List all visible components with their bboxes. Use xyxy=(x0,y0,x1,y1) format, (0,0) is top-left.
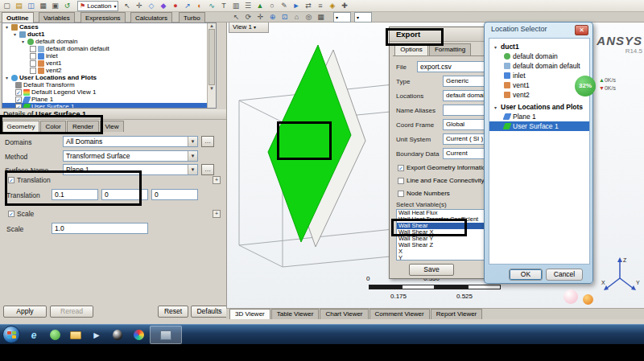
tab-chart-viewer[interactable]: Chart Viewer xyxy=(320,309,368,319)
scale-group-toggle[interactable]: ✓ Scale xyxy=(8,210,34,218)
view-preset-combo[interactable]: ▾ xyxy=(333,12,351,23)
point-icon[interactable]: ● xyxy=(170,1,180,10)
method-combo[interactable]: Transformed Surface▼ xyxy=(63,150,198,162)
desktop-pet-icon[interactable] xyxy=(564,289,578,304)
location-picker[interactable]: ⚑ Location ▾ xyxy=(77,1,118,11)
ok-button[interactable]: OK xyxy=(509,269,543,281)
checkbox-unchecked[interactable] xyxy=(30,68,36,74)
orbit-icon[interactable]: ⟳ xyxy=(243,12,254,22)
tab-turbo[interactable]: Turbo xyxy=(179,12,205,23)
reset-button[interactable]: Reset xyxy=(158,306,188,318)
file-field[interactable]: export.csv xyxy=(417,61,494,72)
antivirus-ball-icon[interactable] xyxy=(45,326,64,344)
group-expander-icon[interactable]: + xyxy=(213,210,221,218)
tree-node[interactable]: default domain xyxy=(489,51,589,61)
tree-node-user-locations[interactable]: ▾User Locations and Plots xyxy=(489,102,589,112)
select-icon[interactable]: ↖ xyxy=(122,1,132,10)
tab-outline[interactable]: Outline xyxy=(2,12,34,23)
table-icon[interactable]: ☰ xyxy=(242,1,253,10)
expander-icon[interactable]: ▾ xyxy=(493,105,498,110)
domains-more-button[interactable]: … xyxy=(201,136,214,147)
tree-node-user-locations[interactable]: ▾ User Locations and Plots xyxy=(2,74,216,81)
vector-icon[interactable]: ↗ xyxy=(182,1,192,10)
tree-node[interactable]: default domain default xyxy=(489,61,589,71)
qq-icon[interactable] xyxy=(108,326,127,344)
checkbox-unchecked[interactable] xyxy=(398,191,404,197)
tree-node-plane1[interactable]: ✓ Plane 1 xyxy=(2,96,216,103)
tree-node-boundary[interactable]: inlet xyxy=(2,52,216,59)
tree-scrollbar[interactable]: ▲▼ xyxy=(207,23,216,108)
checkbox-unchecked[interactable] xyxy=(30,60,36,67)
tab-expressions[interactable]: Expressions xyxy=(80,12,126,23)
group-expander-icon[interactable]: + xyxy=(213,176,221,184)
apply-button[interactable]: Apply xyxy=(3,306,47,318)
tree-node-case[interactable]: ▾ duct1 xyxy=(2,31,216,38)
comment-icon[interactable]: ✎ xyxy=(279,1,289,10)
text-icon[interactable]: T xyxy=(218,1,229,10)
zoom-in-icon[interactable]: ⊕ xyxy=(267,12,278,22)
tree-node-cases[interactable]: ▾ Cases xyxy=(2,23,216,31)
close-icon[interactable]: ✕ xyxy=(575,25,588,35)
start-button[interactable] xyxy=(2,326,20,343)
pan-icon[interactable]: ✛ xyxy=(255,12,266,22)
select-arrow-icon[interactable]: ↖ xyxy=(231,12,242,22)
expander-icon[interactable]: ▾ xyxy=(12,31,18,37)
new-file-icon[interactable]: ▢ xyxy=(2,1,12,10)
line-face-checkbox[interactable]: Line and Face Connectivity xyxy=(398,177,485,184)
tab-report-viewer[interactable]: Report Viewer xyxy=(431,309,483,319)
checkbox-checked[interactable]: ✓ xyxy=(398,165,404,171)
tree-node-user-surface1[interactable]: User Surface 1 xyxy=(489,121,589,131)
cancel-button[interactable]: Cancel xyxy=(546,269,583,281)
plane-icon[interactable]: ◇ xyxy=(146,1,156,10)
tree-node-boundary[interactable]: default domain default xyxy=(2,45,216,52)
tab-table-viewer[interactable]: Table Viewer xyxy=(271,309,320,319)
expander-icon[interactable]: ▾ xyxy=(4,24,10,30)
expander-icon[interactable]: ▾ xyxy=(4,75,10,80)
scale-field[interactable]: 1.0 xyxy=(52,223,148,234)
tab-variables[interactable]: Variables xyxy=(39,12,75,23)
checkbox-checked[interactable]: ✓ xyxy=(8,211,14,217)
tree-node-plane1[interactable]: Plane 1 xyxy=(489,112,589,121)
figure-icon[interactable]: ○ xyxy=(266,1,277,10)
tree-node-boundary[interactable]: vent1 xyxy=(2,59,216,67)
tab-comment-viewer[interactable]: Comment Viewer xyxy=(369,309,430,319)
tree-node[interactable]: inlet xyxy=(489,71,589,80)
tab-view[interactable]: View xyxy=(100,121,124,132)
tree-node-user-surface1[interactable]: ✓ User Surface 1 xyxy=(2,103,216,109)
fit-view-icon[interactable]: ⌂ xyxy=(291,12,302,22)
legend-icon[interactable]: ▥ xyxy=(230,1,241,10)
explorer-folder-icon[interactable] xyxy=(66,326,85,344)
export-geometry-checkbox[interactable]: ✓Export Geometry Information xyxy=(398,164,489,171)
zoom-box-icon[interactable]: ⊡ xyxy=(279,12,290,22)
tree-node-default-transform[interactable]: Default Transform xyxy=(2,81,216,88)
tree-node-domain[interactable]: ▾ default domain xyxy=(2,38,216,45)
checkbox-unchecked[interactable] xyxy=(30,46,36,52)
expander-icon[interactable]: ▾ xyxy=(20,39,26,44)
floating-widget-icon[interactable] xyxy=(583,294,593,305)
reread-button[interactable]: Reread xyxy=(50,306,93,318)
checkbox-unchecked[interactable] xyxy=(398,178,404,184)
expander-icon[interactable]: ▾ xyxy=(493,44,498,50)
checkbox-unchecked[interactable] xyxy=(30,53,36,59)
save-button[interactable]: Save xyxy=(409,264,454,276)
projection-combo[interactable]: ▾ xyxy=(354,12,372,23)
contour-icon[interactable]: ◐ xyxy=(194,1,204,10)
tree-node[interactable]: vent2 xyxy=(489,90,589,100)
isosurface-icon[interactable]: ◆ xyxy=(158,1,168,10)
node-numbers-checkbox[interactable]: Node Numbers xyxy=(398,190,450,197)
translation-z-field[interactable]: 0 xyxy=(151,189,198,200)
domains-combo[interactable]: All Domains▼ xyxy=(63,136,198,147)
surface-more-button[interactable]: … xyxy=(201,164,214,175)
probe-icon[interactable]: ✛ xyxy=(134,1,144,10)
defaults-button[interactable]: Defaults xyxy=(191,306,228,318)
checkbox-checked[interactable]: ✓ xyxy=(15,96,22,103)
net-monitor-ball[interactable]: 32% xyxy=(575,76,596,96)
tab-3d-viewer[interactable]: 3D Viewer xyxy=(229,309,270,319)
ie-icon[interactable]: e xyxy=(24,326,43,344)
options-icon[interactable]: ✚ xyxy=(339,1,349,10)
tree-node-legend[interactable]: ✓ Default Legend View 1 xyxy=(2,88,216,96)
media-player-icon[interactable]: ► xyxy=(87,326,106,344)
print-icon[interactable]: ▦ xyxy=(38,1,48,10)
animation-icon[interactable]: ► xyxy=(291,1,301,10)
browser-icon[interactable] xyxy=(129,326,148,344)
